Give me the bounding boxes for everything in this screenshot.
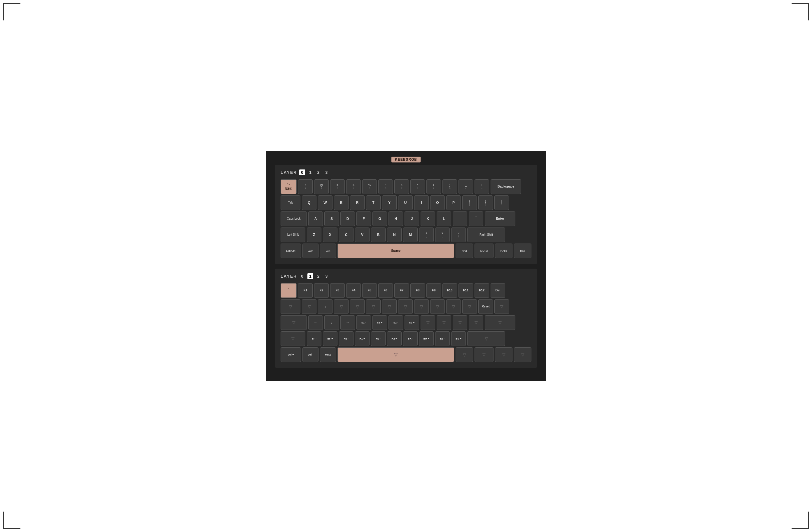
l1-trns-21[interactable]: ▽ <box>455 347 473 362</box>
l1-key-voldown[interactable]: Vol - <box>303 347 319 362</box>
key-g[interactable]: G <box>373 212 387 226</box>
key-5[interactable]: % 5 <box>362 179 377 194</box>
key-f[interactable]: F <box>357 212 371 226</box>
key-period[interactable]: > . <box>435 228 450 242</box>
key-n[interactable]: N <box>387 228 402 242</box>
key-a[interactable]: A <box>308 212 323 226</box>
key-comma[interactable]: < , <box>419 228 434 242</box>
key-v[interactable]: V <box>355 228 369 242</box>
key-6[interactable]: ^ 6 <box>378 179 393 194</box>
key-d[interactable]: D <box>340 212 355 226</box>
key-3[interactable]: # 3 <box>330 179 345 194</box>
l1-trns-7[interactable]: ▽ <box>398 299 413 314</box>
l1-key-f7[interactable]: F7 <box>394 283 409 298</box>
key-rapp[interactable]: RApp <box>495 244 512 258</box>
key-rctl[interactable]: RCtl <box>514 244 532 258</box>
l1-key-h1p[interactable]: H1 + <box>355 331 369 346</box>
key-lshift[interactable]: Left Shift <box>280 228 305 242</box>
l1-trns-17[interactable]: ▽ <box>469 315 483 330</box>
key-y[interactable]: Y <box>382 196 397 210</box>
key-minus[interactable]: _ - <box>459 179 473 194</box>
l1-trns-8[interactable]: ▽ <box>414 299 429 314</box>
layer1-num3[interactable]: 3 <box>324 273 330 279</box>
key-1[interactable]: ! 1 <box>298 179 313 194</box>
layer1-num2[interactable]: 2 <box>316 273 321 279</box>
key-9[interactable]: ( 9 <box>426 179 441 194</box>
key-s[interactable]: S <box>324 212 339 226</box>
l1-key-f11[interactable]: F11 <box>459 283 473 298</box>
key-space[interactable]: Space <box>337 244 454 258</box>
key-quote[interactable]: " ' <box>469 212 483 226</box>
key-o[interactable]: O <box>430 196 445 210</box>
l1-trns-11[interactable]: ▽ <box>462 299 477 314</box>
l1-trns-22[interactable]: ▽ <box>475 347 493 362</box>
l1-key-f10[interactable]: F10 <box>443 283 457 298</box>
l1-key-down[interactable]: ↓ <box>324 315 339 330</box>
key-esc[interactable]: ` ~ Esc <box>280 179 296 194</box>
l1-key-esm[interactable]: ES - <box>435 331 450 346</box>
l1-key-f2[interactable]: F2 <box>314 283 329 298</box>
l1-trns-3[interactable]: ▽ <box>334 299 349 314</box>
key-t[interactable]: T <box>366 196 381 210</box>
key-lwin[interactable]: LWin <box>303 244 319 258</box>
l1-trns-15[interactable]: ▽ <box>437 315 451 330</box>
layer0-num0[interactable]: 0 <box>299 170 305 175</box>
key-8[interactable]: * 8 <box>410 179 425 194</box>
l1-trns-13[interactable]: ▽ <box>280 315 307 330</box>
l1-key-f1[interactable]: F1 <box>298 283 313 298</box>
l1-trns-12[interactable]: ▽ <box>494 299 509 314</box>
l1-key-f9[interactable]: F9 <box>426 283 441 298</box>
key-0[interactable]: ) 0 <box>443 179 457 194</box>
l1-trns-2[interactable]: ▽ <box>302 299 317 314</box>
key-w[interactable]: W <box>318 196 333 210</box>
key-7[interactable]: & 7 <box>394 179 409 194</box>
key-slash[interactable]: ? / <box>451 228 466 242</box>
l1-key-s1p[interactable]: S1 + <box>373 315 387 330</box>
l1-key-f3[interactable]: F3 <box>330 283 345 298</box>
key-z[interactable]: Z <box>307 228 321 242</box>
key-tab[interactable]: Tab <box>280 196 301 210</box>
key-k[interactable]: K <box>421 212 435 226</box>
l1-key-tilde[interactable]: ~ - <box>280 283 296 298</box>
l1-key-efm[interactable]: EF - <box>307 331 321 346</box>
key-j[interactable]: J <box>405 212 419 226</box>
key-backspace[interactable]: Backspace <box>491 179 521 194</box>
l1-key-esp[interactable]: ES + <box>451 331 466 346</box>
l1-key-h1m[interactable]: H1 - <box>339 331 353 346</box>
l1-key-h2m[interactable]: H2 - <box>371 331 386 346</box>
key-backslash[interactable]: | \ <box>494 196 509 210</box>
l1-key-efp[interactable]: EF + <box>323 331 337 346</box>
l1-key-left[interactable]: ← <box>308 315 323 330</box>
key-h[interactable]: H <box>389 212 403 226</box>
key-q[interactable]: Q <box>302 196 317 210</box>
l1-key-right[interactable]: → <box>340 315 355 330</box>
key-b[interactable]: B <box>371 228 386 242</box>
key-p[interactable]: P <box>446 196 461 210</box>
l1-key-f5[interactable]: F5 <box>362 283 377 298</box>
l1-trns-20[interactable]: ▽ <box>467 331 505 346</box>
l1-key-brp[interactable]: BR + <box>419 331 434 346</box>
l1-key-reset[interactable]: Reset <box>478 299 493 314</box>
l1-trns-5[interactable]: ▽ <box>366 299 381 314</box>
l1-key-s2m[interactable]: S2 - <box>389 315 403 330</box>
l1-key-s2p[interactable]: S2 + <box>405 315 419 330</box>
l1-trns-9[interactable]: ▽ <box>430 299 445 314</box>
l1-key-f8[interactable]: F8 <box>410 283 425 298</box>
l1-trns-24[interactable]: ▽ <box>514 347 532 362</box>
l1-trns-19[interactable]: ▽ <box>280 331 305 346</box>
key-lbracket[interactable]: { [ <box>462 196 477 210</box>
key-ralt[interactable]: RAlt <box>455 244 473 258</box>
l1-key-brm[interactable]: BR - <box>403 331 418 346</box>
layer0-num3[interactable]: 3 <box>324 170 330 175</box>
key-rshift[interactable]: Right Shift <box>467 228 505 242</box>
l1-key-s1m[interactable]: S1 - <box>357 315 371 330</box>
layer0-num2[interactable]: 2 <box>316 170 321 175</box>
key-equal[interactable]: + = <box>475 179 489 194</box>
key-4[interactable]: $ 4 <box>346 179 361 194</box>
l1-key-mute[interactable]: Mute <box>320 347 336 362</box>
l1-key-del[interactable]: Del <box>491 283 505 298</box>
l1-trns-16[interactable]: ▽ <box>453 315 467 330</box>
l1-key-volup[interactable]: Vol + <box>280 347 301 362</box>
l1-trns-14[interactable]: ▽ <box>421 315 435 330</box>
key-l[interactable]: L <box>437 212 451 226</box>
